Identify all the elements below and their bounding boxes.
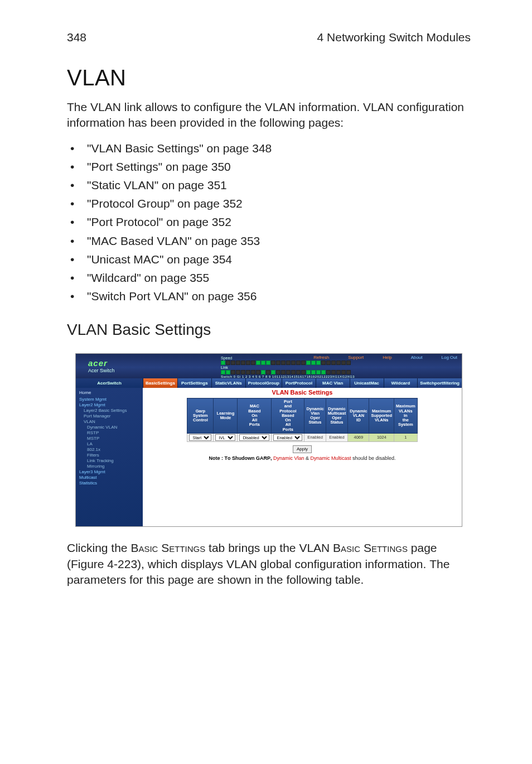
learning-cell[interactable]: IVL [214, 433, 238, 441]
port-led [301, 361, 306, 365]
link-label: Link [221, 366, 228, 369]
port-led [256, 370, 260, 374]
brand-block: acer Acer Switch [88, 359, 115, 373]
page-number: 348 [67, 31, 86, 44]
port-led [321, 370, 326, 374]
portproto-select[interactable]: Enabled [273, 434, 302, 441]
port-led [311, 361, 316, 365]
port-led [256, 361, 260, 365]
tabstrip-title: AcerSwitch [76, 378, 143, 388]
port-led [221, 361, 225, 365]
port-led [341, 370, 346, 374]
sidebar-item-layer2-basic-settings[interactable]: Layer2 Basic Settings [79, 408, 139, 414]
port-led [316, 361, 321, 365]
help-link[interactable]: Help [383, 355, 391, 360]
port-led [306, 370, 311, 374]
port-led [276, 370, 280, 374]
sidebar-home[interactable]: Home [79, 390, 139, 396]
list-item: "MAC Based VLAN" on page 353 [67, 232, 471, 250]
port-led [286, 361, 291, 365]
garp-select[interactable]: Start [189, 434, 211, 441]
portproto-cell[interactable]: Enabled [272, 433, 304, 441]
page-title: VLAN [67, 65, 471, 90]
list-item: "Port Protocol" on page 352 [67, 213, 471, 231]
tab-staticvlans[interactable]: StaticVLANs [211, 378, 245, 388]
port-led [281, 361, 286, 365]
sidebar-item-link-tracking[interactable]: Link Tracking [79, 458, 139, 464]
acer-logo: acer [88, 359, 115, 367]
sidebar-item-vlan[interactable]: VLAN [79, 419, 139, 425]
tab-wildcard[interactable]: Wildcard [384, 378, 418, 388]
banner: acer Acer Switch Speed Link Switch 0 Gi … [76, 354, 462, 378]
switch-ui-screenshot: acer Acer Switch Speed Link Switch 0 Gi … [75, 353, 462, 527]
garp-note: Note : To Shudown GARP, Dynamic Vlan & D… [147, 455, 457, 461]
brand-subtitle: Acer Switch [88, 368, 115, 373]
maxinsystem-cell: 1 [394, 433, 417, 441]
tab-protocolgroup[interactable]: ProtocolGroup [245, 378, 282, 388]
list-item: "Port Settings" on page 350 [67, 157, 471, 176]
sidebar-item-system-mgmt[interactable]: System Mgmt [79, 397, 139, 402]
table-row: Start IVL Disabled Enabled Enabled Enabl… [187, 433, 417, 441]
sidebar-item-filters[interactable]: Filters [79, 453, 139, 458]
port-led [341, 361, 346, 365]
note-dynvlan: Dynamic Vlan [273, 455, 304, 461]
chapter-title: 4 Networking Switch Modules [317, 31, 471, 44]
tab-portprotocol[interactable]: PortProtocol [282, 378, 316, 388]
learning-select[interactable]: IVL [215, 434, 235, 441]
tab-unicastmac[interactable]: UnicastMac [350, 378, 384, 388]
sidebar-item-statistics[interactable]: Statistics [79, 480, 139, 486]
port-led [236, 361, 240, 365]
port-led [271, 370, 275, 374]
main-pane: VLAN Basic Settings GarpSystemControlLea… [143, 388, 462, 526]
tab-switchportfiltering[interactable]: Switchportfiltering [417, 378, 462, 388]
tab-basicsettings[interactable]: BasicSettings [143, 378, 177, 388]
port-led [266, 361, 270, 365]
maxsupported-cell: 1024 [369, 433, 394, 441]
sidebar-item-layer2-mgmt[interactable]: Layer2 Mgmt [79, 402, 139, 408]
port-led [231, 361, 235, 365]
tab-mac-vlan[interactable]: MAC Vlan [316, 378, 350, 388]
list-item: "Static VLAN" on page 351 [67, 176, 471, 194]
col-dynamic-vlan-oper-status: DynamicVlanOperStatus [304, 398, 326, 434]
section-heading: VLAN Basic Settings [67, 321, 471, 339]
support-link[interactable]: Support [348, 355, 364, 360]
port-led [226, 370, 230, 374]
note-amp: & [304, 455, 310, 461]
sidebar-item-rstp[interactable]: RSTP [79, 430, 139, 436]
sidebar: Home System MgmtLayer2 MgmtLayer2 Basic … [76, 388, 143, 526]
sidebar-item-mstp[interactable]: MSTP [79, 436, 139, 441]
top-links: Refresh Support Help About Log Out [313, 355, 457, 360]
after-paragraph: Clicking the Basic Settings tab brings u… [67, 540, 471, 588]
port-led [261, 370, 265, 374]
note-dynmcast: Dynamic Multicast [310, 455, 351, 461]
logout-link[interactable]: Log Out [442, 355, 457, 360]
sidebar-item-layer3-mgmt[interactable]: Layer3 Mgmt [79, 469, 139, 475]
port-led [326, 361, 331, 365]
sidebar-item-802-1x[interactable]: 802.1x [79, 447, 139, 453]
port-led [346, 361, 351, 365]
refresh-link[interactable]: Refresh [313, 355, 329, 360]
garp-cell[interactable]: Start [187, 433, 214, 441]
port-led [316, 370, 321, 374]
macbased-cell[interactable]: Disabled [238, 433, 272, 441]
port-led [331, 370, 336, 374]
about-link[interactable]: About [411, 355, 423, 360]
port-led [261, 361, 265, 365]
port-led [291, 370, 296, 374]
switch-label: Switch 0 [221, 375, 236, 378]
port-led [241, 370, 245, 374]
pane-title: VLAN Basic Settings [147, 389, 457, 396]
tab-portsettings[interactable]: PortSettings [177, 378, 211, 388]
sidebar-item-la[interactable]: LA [79, 441, 139, 447]
sidebar-item-dynamic-vlan[interactable]: Dynamic VLAN [79, 425, 139, 430]
sidebar-item-mirroring[interactable]: Mirroring [79, 464, 139, 469]
macbased-select[interactable]: Disabled [239, 434, 269, 441]
port-led [226, 361, 230, 365]
list-item: "Protocol Group" on page 352 [67, 194, 471, 213]
port-led [286, 370, 291, 374]
sidebar-item-port-manager[interactable]: Port Manager [79, 414, 139, 419]
sidebar-item-multicast[interactable]: Multicast [79, 475, 139, 480]
port-led [231, 370, 235, 374]
port-led [336, 370, 341, 374]
apply-button[interactable]: Apply [293, 445, 312, 453]
